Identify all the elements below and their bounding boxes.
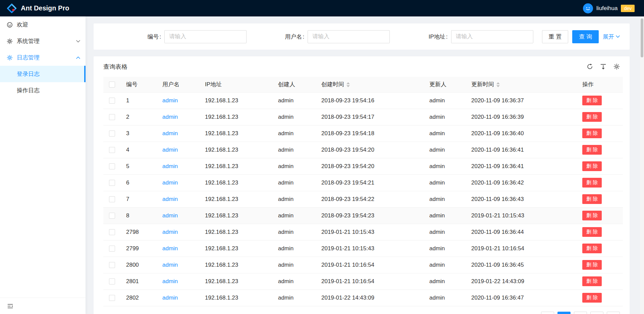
row-checkbox-cell xyxy=(103,109,121,125)
sort-carets-icon[interactable] xyxy=(346,82,350,87)
row-checkbox-cell xyxy=(103,290,121,306)
cell-created-time: 2018-09-23 19:54:16 xyxy=(316,92,424,109)
expand-toggle[interactable]: 展开 xyxy=(603,33,620,41)
reload-icon[interactable] xyxy=(586,63,593,70)
logo-area[interactable]: Ant Design Pro xyxy=(7,3,69,13)
ip-field-label: IP地址 xyxy=(390,33,451,41)
cell-action: 删 除 xyxy=(577,273,623,290)
username-link[interactable]: admin xyxy=(162,97,178,104)
cell-ip: 192.168.1.23 xyxy=(200,92,273,109)
delete-button[interactable]: 删 除 xyxy=(582,227,602,237)
delete-button[interactable]: 删 除 xyxy=(582,276,602,286)
row-checkbox[interactable] xyxy=(109,229,115,235)
sidebar-item-logs[interactable]: 日志管理 xyxy=(0,49,86,66)
cell-ip: 192.168.1.23 xyxy=(200,273,273,290)
username-link[interactable]: admin xyxy=(162,130,178,137)
column-header-id: 编号 xyxy=(121,77,157,92)
cell-creator: admin xyxy=(273,257,316,273)
row-checkbox[interactable] xyxy=(109,180,115,186)
sidebar-item-operation-log[interactable]: 操作日志 xyxy=(0,82,86,99)
row-checkbox[interactable] xyxy=(109,163,115,169)
sidebar-item-welcome[interactable]: 欢迎 xyxy=(0,16,86,33)
pagination: 1 2 3 xyxy=(94,306,630,314)
column-header-action: 操作 xyxy=(577,77,623,92)
smile-icon xyxy=(7,22,13,28)
username-link[interactable]: admin xyxy=(162,295,178,301)
username-link[interactable]: admin xyxy=(162,262,178,268)
row-checkbox[interactable] xyxy=(109,213,115,219)
username-link[interactable]: admin xyxy=(162,278,178,284)
table-row: 2798 admin 192.168.1.23 admin 2019-01-21… xyxy=(103,224,623,240)
scrollbar-thumb[interactable] xyxy=(641,18,643,57)
column-header-created-time[interactable]: 创建时间 xyxy=(316,77,424,92)
cell-updated-time: 2020-11-09 16:36:44 xyxy=(466,224,577,240)
select-all-checkbox[interactable] xyxy=(109,82,115,88)
username-link[interactable]: admin xyxy=(162,114,178,120)
id-input[interactable] xyxy=(164,30,247,43)
row-checkbox[interactable] xyxy=(109,114,115,120)
username[interactable]: liufeihua xyxy=(596,5,618,12)
cell-created-time: 2018-09-23 19:54:18 xyxy=(316,125,424,142)
reset-button[interactable]: 重 置 xyxy=(542,30,569,43)
delete-button[interactable]: 删 除 xyxy=(582,244,602,253)
sort-carets-icon[interactable] xyxy=(496,82,500,87)
username-link[interactable]: admin xyxy=(162,147,178,153)
username-link[interactable]: admin xyxy=(162,196,178,202)
username-link[interactable]: admin xyxy=(162,163,178,169)
delete-button[interactable]: 删 除 xyxy=(582,260,602,270)
delete-button[interactable]: 删 除 xyxy=(582,293,602,303)
env-tag: dev xyxy=(621,5,635,12)
row-checkbox-cell xyxy=(103,207,121,224)
username-link[interactable]: admin xyxy=(162,245,178,252)
sidebar-item-system[interactable]: 系统管理 xyxy=(0,33,86,49)
pagination-page-1[interactable]: 1 xyxy=(557,312,571,314)
delete-button[interactable]: 删 除 xyxy=(582,211,602,220)
row-checkbox[interactable] xyxy=(109,130,115,137)
cell-creator: admin xyxy=(273,290,316,306)
table-wrap: 编号 用户名 IP地址 创建人 创建时间 更新人 更新时间 操作 xyxy=(94,77,630,306)
username-field-label: 用户名 xyxy=(247,33,308,41)
gear-icon xyxy=(7,55,13,61)
cell-id: 2 xyxy=(121,109,157,125)
username-input[interactable] xyxy=(308,30,390,43)
row-checkbox[interactable] xyxy=(109,196,115,202)
cell-created-time: 2019-01-21 10:16:54 xyxy=(316,273,424,290)
username-link[interactable]: admin xyxy=(162,229,178,235)
column-header-updated-time[interactable]: 更新时间 xyxy=(466,77,577,92)
username-link[interactable]: admin xyxy=(162,212,178,219)
pagination-page-2[interactable]: 2 xyxy=(574,312,587,314)
cell-created-time: 2019-01-21 10:16:54 xyxy=(316,257,424,273)
cell-username: admin xyxy=(157,191,200,207)
delete-button[interactable]: 删 除 xyxy=(582,178,602,188)
delete-button[interactable]: 删 除 xyxy=(582,128,602,138)
row-checkbox[interactable] xyxy=(109,246,115,252)
settings-gear-icon[interactable] xyxy=(613,63,620,70)
ip-input[interactable] xyxy=(451,30,533,43)
row-checkbox[interactable] xyxy=(109,262,115,268)
row-checkbox[interactable] xyxy=(109,295,115,301)
density-icon[interactable] xyxy=(600,63,606,70)
page-scrollbar[interactable] xyxy=(640,16,644,314)
delete-button[interactable]: 删 除 xyxy=(582,145,602,155)
user-avatar[interactable] xyxy=(583,3,593,13)
row-checkbox[interactable] xyxy=(109,278,115,284)
cell-ip: 192.168.1.23 xyxy=(200,142,273,158)
table-title: 查询表格 xyxy=(103,63,127,71)
header: Ant Design Pro liufeihua dev xyxy=(0,0,644,16)
delete-button[interactable]: 删 除 xyxy=(582,96,602,105)
delete-button[interactable]: 删 除 xyxy=(582,194,602,204)
pagination-next-icon[interactable] xyxy=(607,312,620,314)
sidebar-item-login-log[interactable]: 登录日志 xyxy=(0,66,86,82)
delete-button[interactable]: 删 除 xyxy=(582,161,602,171)
pagination-page-3[interactable]: 3 xyxy=(590,312,603,314)
row-checkbox[interactable] xyxy=(109,98,115,104)
query-button[interactable]: 查 询 xyxy=(572,30,599,43)
cell-updater: admin xyxy=(424,240,466,257)
pagination-prev-icon[interactable] xyxy=(541,312,554,314)
row-checkbox[interactable] xyxy=(109,147,115,153)
delete-button[interactable]: 删 除 xyxy=(582,112,602,122)
username-link[interactable]: admin xyxy=(162,179,178,186)
collapse-sidebar-icon[interactable] xyxy=(7,303,13,309)
header-right: liufeihua dev xyxy=(583,3,637,13)
table-row: 2799 admin 192.168.1.23 admin 2019-01-21… xyxy=(103,240,623,257)
